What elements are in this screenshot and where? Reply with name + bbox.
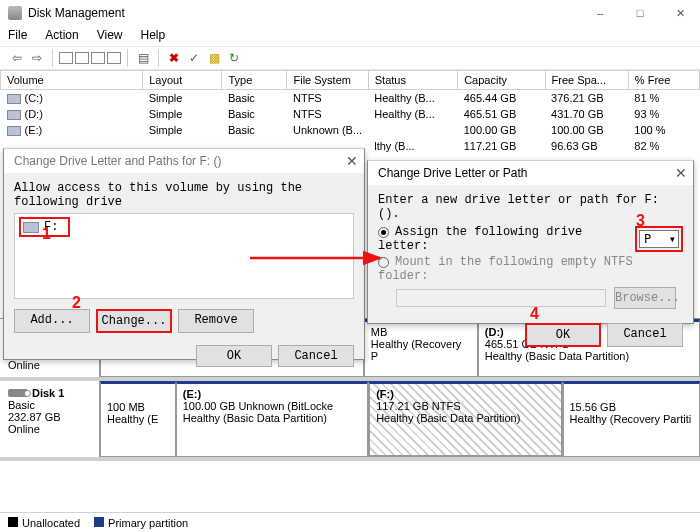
- drive-icon: [7, 126, 21, 136]
- partition[interactable]: 100 MB Healthy (E: [100, 381, 176, 457]
- panel4-icon[interactable]: [107, 52, 121, 64]
- mount-path-input: [396, 289, 606, 307]
- radio-mount-folder-label: Mount in the following empty NTFS folder…: [378, 255, 633, 283]
- disk-icon: [8, 389, 28, 397]
- partition-selected[interactable]: (F:) 117.21 GB NTFS Healthy (Basic Data …: [368, 381, 562, 457]
- chevron-down-icon: ▾: [669, 232, 676, 246]
- drive-letter-select[interactable]: P▾: [639, 230, 679, 248]
- partition[interactable]: (E:) 100.00 GB Unknown (BitLocke Healthy…: [176, 381, 368, 457]
- disk1-name: Disk 1: [32, 387, 64, 399]
- annotation-number: 1: [42, 225, 51, 243]
- window-title: Disk Management: [28, 6, 125, 20]
- partition[interactable]: 15.56 GB Healthy (Recovery Partiti: [563, 381, 701, 457]
- app-icon: [8, 6, 22, 20]
- dialog-close-button[interactable]: ✕: [675, 165, 687, 181]
- close-button[interactable]: ✕: [660, 0, 700, 26]
- add-button[interactable]: Add...: [14, 309, 90, 333]
- legend-unallocated-swatch: [8, 517, 18, 527]
- ok-button[interactable]: OK: [525, 323, 601, 347]
- disk1-type: Basic: [8, 399, 91, 411]
- partition-size: 117.21 GB NTFS: [376, 400, 554, 412]
- drive-icon: [23, 222, 39, 233]
- partition-detail: Healthy (E: [107, 413, 169, 425]
- radio-assign-letter[interactable]: [378, 227, 389, 238]
- col-cap[interactable]: Capacity: [458, 71, 545, 90]
- drive-icon: [7, 94, 21, 104]
- legend-primary: Primary partition: [108, 517, 188, 529]
- dialog-change-paths: Change Drive Letter and Paths for F: () …: [3, 148, 365, 360]
- partition-detail: Healthy (Basic Data Partition): [376, 412, 554, 424]
- dialog-close-button[interactable]: ✕: [346, 153, 358, 169]
- partition-detail: Healthy (Basic Data Partition): [183, 412, 361, 424]
- dialog-title: Change Drive Letter or Path: [378, 166, 527, 180]
- ok-button[interactable]: OK: [196, 345, 272, 367]
- panel-icon[interactable]: [59, 52, 73, 64]
- dialog-assign-letter: Change Drive Letter or Path ✕ Enter a ne…: [367, 160, 694, 324]
- annotation-number: 2: [72, 294, 81, 312]
- col-fs[interactable]: File System: [287, 71, 368, 90]
- browse-button: Browse...: [614, 287, 676, 309]
- back-icon[interactable]: ⇦: [8, 49, 26, 67]
- panel2-icon[interactable]: [75, 52, 89, 64]
- table-row[interactable]: (E:) SimpleBasicUnknown (B... 100.00 GB1…: [1, 122, 700, 138]
- menu-file[interactable]: File: [8, 28, 27, 42]
- radio-mount-folder[interactable]: [378, 257, 389, 268]
- annotation-number: 3: [636, 212, 645, 230]
- legend-primary-swatch: [94, 517, 104, 527]
- maximize-button[interactable]: □: [620, 0, 660, 26]
- partition-size: 100.00 GB Unknown (BitLocke: [183, 400, 361, 412]
- drive-icon: [7, 110, 21, 120]
- fwd-icon[interactable]: ⇨: [28, 49, 46, 67]
- dialog-title: Change Drive Letter and Paths for F: (): [14, 154, 221, 168]
- minimize-button[interactable]: –: [580, 0, 620, 26]
- partition-size: 100 MB: [107, 401, 169, 413]
- new-icon[interactable]: ▩: [205, 49, 223, 67]
- disk1-size: 232.87 GB: [8, 411, 91, 423]
- panel3-icon[interactable]: [91, 52, 105, 64]
- col-free[interactable]: Free Spa...: [545, 71, 628, 90]
- col-pct[interactable]: % Free: [628, 71, 699, 90]
- annotation-number: 4: [530, 305, 539, 323]
- table-row[interactable]: (D:) SimpleBasicNTFS Healthy (B...465.51…: [1, 106, 700, 122]
- change-button[interactable]: Change...: [96, 309, 172, 333]
- partition-detail: Healthy (Recovery Partiti: [570, 413, 694, 425]
- menu-action[interactable]: Action: [45, 28, 78, 42]
- delete-icon[interactable]: ✖: [165, 49, 183, 67]
- col-type[interactable]: Type: [222, 71, 287, 90]
- legend-unallocated: Unallocated: [22, 517, 80, 529]
- check-icon[interactable]: ✓: [185, 49, 203, 67]
- volume-table[interactable]: Volume Layout Type File System Status Ca…: [0, 70, 700, 154]
- cancel-button[interactable]: Cancel: [607, 323, 683, 347]
- col-status[interactable]: Status: [368, 71, 457, 90]
- table-row[interactable]: (C:) SimpleBasicNTFS Healthy (B...465.44…: [1, 90, 700, 107]
- menu-help[interactable]: Help: [141, 28, 166, 42]
- dialog-hint: Allow access to this volume by using the…: [14, 181, 354, 209]
- col-layout[interactable]: Layout: [143, 71, 222, 90]
- menu-view[interactable]: View: [97, 28, 123, 42]
- partition-label: (F:): [376, 388, 394, 400]
- properties-icon[interactable]: ▤: [134, 49, 152, 67]
- col-volume[interactable]: Volume: [1, 71, 143, 90]
- partition-label: (E:): [183, 388, 201, 400]
- partition-size: 15.56 GB: [570, 401, 694, 413]
- disk1-status: Online: [8, 423, 91, 435]
- toolbar: ⇦ ⇨ ▤ ✖ ✓ ▩ ↻: [0, 46, 700, 70]
- cancel-button[interactable]: Cancel: [278, 345, 354, 367]
- radio-assign-letter-label: Assign the following drive letter:: [378, 225, 582, 253]
- remove-button[interactable]: Remove: [178, 309, 254, 333]
- refresh-icon[interactable]: ↻: [225, 49, 243, 67]
